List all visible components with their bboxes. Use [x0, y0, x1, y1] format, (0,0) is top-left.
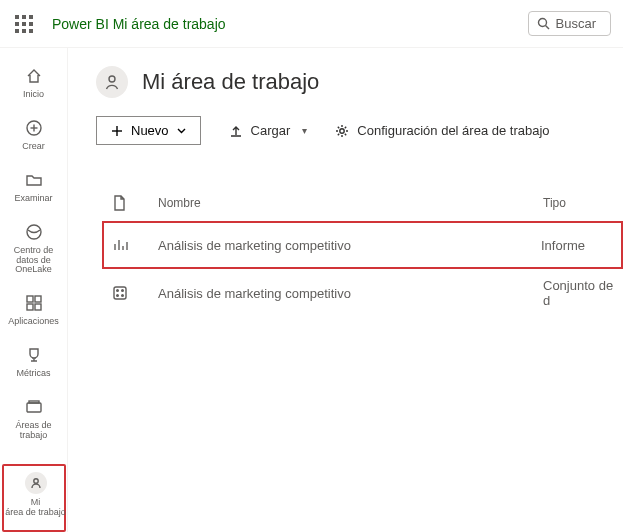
- new-button-label: Nuevo: [131, 123, 169, 138]
- nav-apps[interactable]: Aplicaciones: [2, 285, 66, 337]
- home-icon: [24, 66, 44, 86]
- nav-rail: Inicio Crear Examinar Centro de datos de…: [0, 48, 68, 532]
- svg-point-25: [122, 295, 124, 297]
- upload-button[interactable]: Cargar ▾: [229, 123, 308, 138]
- new-button[interactable]: Nuevo: [96, 116, 201, 145]
- svg-rect-9: [35, 304, 41, 310]
- nav-create-label: Crear: [22, 142, 45, 152]
- folder-icon: [24, 170, 44, 190]
- page-title: Mi área de trabajo: [142, 69, 319, 95]
- svg-point-0: [538, 19, 546, 27]
- upload-icon: [229, 124, 243, 138]
- onelake-icon: [24, 222, 44, 242]
- upload-label: Cargar: [251, 123, 291, 138]
- person-icon: [25, 472, 47, 494]
- svg-point-23: [122, 290, 124, 292]
- column-header-name[interactable]: Nombre: [158, 196, 543, 210]
- item-name: Análisis de marketing competitivo: [158, 238, 541, 253]
- search-icon: [537, 17, 550, 30]
- svg-rect-7: [35, 296, 41, 302]
- nav-metrics-label: Métricas: [16, 369, 50, 379]
- workspace-item-list: Nombre Tipo Análisis de marketing compet…: [96, 189, 623, 317]
- svg-rect-8: [27, 304, 33, 310]
- item-type: Informe: [541, 238, 621, 253]
- item-name: Análisis de marketing competitivo: [158, 286, 543, 301]
- dataset-icon: [112, 285, 128, 301]
- list-item[interactable]: Análisis de marketing competitivo Conjun…: [108, 269, 623, 317]
- svg-point-12: [33, 479, 37, 483]
- svg-rect-6: [27, 296, 33, 302]
- workspace-settings-label: Configuración del área de trabajo: [357, 123, 549, 138]
- column-header-type[interactable]: Tipo: [543, 196, 623, 210]
- nav-workspaces-label: Áreas de trabajo: [2, 421, 66, 441]
- search-label: Buscar: [556, 16, 596, 31]
- brand-name: Power BI: [52, 16, 109, 32]
- apps-icon: [24, 293, 44, 313]
- nav-onelake[interactable]: Centro de datos de OneLake: [2, 214, 66, 286]
- svg-point-24: [117, 295, 119, 297]
- nav-home-label: Inicio: [23, 90, 44, 100]
- search-button[interactable]: Buscar: [528, 11, 611, 36]
- plus-icon: [111, 125, 123, 137]
- svg-point-22: [117, 290, 119, 292]
- svg-line-1: [545, 26, 549, 30]
- nav-home[interactable]: Inicio: [2, 58, 66, 110]
- nav-create[interactable]: Crear: [2, 110, 66, 162]
- nav-workspaces[interactable]: Áreas de trabajo: [2, 389, 66, 451]
- nav-my-workspace-label: Miárea de trabajo: [5, 498, 66, 518]
- nav-onelake-label: Centro de datos de OneLake: [2, 246, 66, 276]
- item-type: Conjunto de d: [543, 278, 623, 308]
- nav-metrics[interactable]: Métricas: [2, 337, 66, 389]
- nav-browse-label: Examinar: [14, 194, 52, 204]
- svg-rect-21: [114, 287, 126, 299]
- nav-browse[interactable]: Examinar: [2, 162, 66, 214]
- chevron-down-icon: ▾: [302, 125, 307, 136]
- breadcrumb: Power BI Mi área de trabajo: [52, 16, 226, 32]
- breadcrumb-current: Mi área de trabajo: [113, 16, 226, 32]
- workspaces-icon: [24, 397, 44, 417]
- report-icon: [112, 237, 128, 253]
- main-content: Mi área de trabajo Nuevo Cargar ▾ Config…: [68, 48, 623, 532]
- nav-apps-label: Aplicaciones: [8, 317, 59, 327]
- list-header: Nombre Tipo: [108, 189, 623, 221]
- svg-point-13: [109, 76, 115, 82]
- svg-point-16: [340, 128, 344, 132]
- nav-my-workspace[interactable]: Miárea de trabajo: [4, 466, 68, 524]
- workspace-avatar-icon: [96, 66, 128, 98]
- chevron-down-icon: [177, 126, 186, 135]
- app-launcher-icon[interactable]: [12, 12, 36, 36]
- gear-icon: [335, 124, 349, 138]
- trophy-icon: [24, 345, 44, 365]
- svg-rect-11: [29, 401, 39, 403]
- file-icon: [112, 195, 126, 211]
- svg-rect-10: [27, 403, 41, 412]
- plus-circle-icon: [24, 118, 44, 138]
- list-item[interactable]: Análisis de marketing competitivo Inform…: [102, 221, 623, 269]
- workspace-settings-button[interactable]: Configuración del área de trabajo: [335, 123, 549, 138]
